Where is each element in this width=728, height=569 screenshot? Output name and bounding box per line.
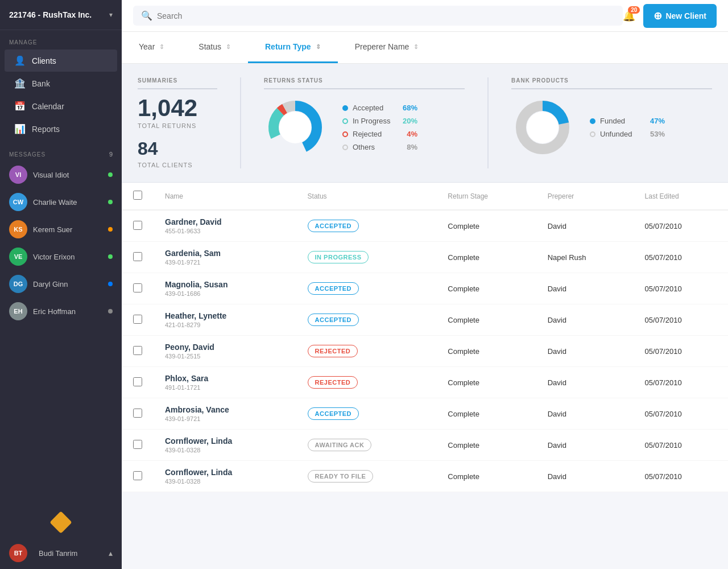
filter-tab-year[interactable]: Year ⇕ xyxy=(122,32,181,63)
company-name: 221746 - RushTax Inc. xyxy=(9,10,109,19)
row-checkbox[interactable] xyxy=(133,346,142,355)
client-id: 439-01-9721 xyxy=(165,259,285,266)
table-section: Name Status Return Stage Preperer Last E… xyxy=(122,183,728,492)
return-stage-cell: Complete xyxy=(436,461,536,492)
status-cell: ACCEPTED xyxy=(296,304,437,336)
total-returns-label: TOTAL RETURNS xyxy=(138,122,217,129)
filter-tab-preparer-name[interactable]: Preperer Name ⇕ xyxy=(338,32,436,63)
table-row[interactable]: Gardenia, Sam 439-01-9721 IN PROGRESS Co… xyxy=(122,242,728,273)
row-checkbox[interactable] xyxy=(133,409,142,418)
status-dot xyxy=(108,309,113,314)
returns-status-block: RETURNS STATUS xyxy=(264,77,465,159)
client-id: 455-01-9633 xyxy=(165,228,285,234)
message-item-visual-idiot[interactable]: VI Visual Idiot xyxy=(0,161,122,188)
filter-tab-return-type[interactable]: Return Type ⇕ xyxy=(248,32,338,63)
table-row[interactable]: Gardner, David 455-01-9633 ACCEPTED Comp… xyxy=(122,210,728,242)
sidebar-item-clients[interactable]: 👤 Clients xyxy=(5,50,117,72)
sidebar-item-calendar[interactable]: 📅 Calendar xyxy=(5,95,117,117)
status-badge: REJECTED xyxy=(308,345,358,357)
status-cell: REJECTED xyxy=(296,367,437,398)
bank-donut xyxy=(511,96,574,159)
message-name: Visual Idiot xyxy=(33,171,108,179)
filter-tab-status[interactable]: Status ⇕ xyxy=(181,32,248,63)
row-checkbox[interactable] xyxy=(133,252,142,261)
sidebar-item-bank[interactable]: 🏦 Bank xyxy=(5,72,117,94)
new-client-button[interactable]: ⊕ New Client xyxy=(643,4,717,28)
divider-2 xyxy=(487,77,489,168)
last-edited-cell: 05/07/2010 xyxy=(634,398,728,430)
returns-donut xyxy=(264,96,326,159)
legend-label: Unfunded xyxy=(600,130,646,138)
status-cell: ACCEPTED xyxy=(296,398,437,430)
reports-icon: 📊 xyxy=(14,123,26,134)
legend-pct: 53% xyxy=(650,130,665,138)
table-row[interactable]: Magnolia, Susan 439-01-1686 ACCEPTED Com… xyxy=(122,273,728,304)
message-name: Kerem Suer xyxy=(33,225,108,234)
bank-legend-item-funded: Funded 47% xyxy=(590,117,665,125)
row-checkbox[interactable] xyxy=(133,440,142,449)
summaries-block: SUMMARIES 1,042 TOTAL RETURNS 84 TOTAL C… xyxy=(138,77,217,168)
bank-products-block: BANK PRODUCTS Funded 47% Unfunded 53% xyxy=(511,77,712,159)
row-checkbox[interactable] xyxy=(133,377,142,386)
table-row[interactable]: Cornflower, Linda 439-01-0328 AWAITING A… xyxy=(122,430,728,461)
row-checkbox[interactable] xyxy=(133,471,142,480)
chevron-down-icon: ⇕ xyxy=(159,43,164,51)
table-row[interactable]: Ambrosia, Vance 439-01-9721 ACCEPTED Com… xyxy=(122,398,728,430)
return-stage-cell: Complete xyxy=(436,430,536,461)
message-item-kerem-suer[interactable]: KS Kerem Suer xyxy=(0,216,122,243)
client-name: Peony, David xyxy=(165,343,285,352)
message-item-charlie-waite[interactable]: CW Charlie Waite xyxy=(0,188,122,216)
row-checkbox[interactable] xyxy=(133,283,142,292)
company-selector[interactable]: 221746 - RushTax Inc. ▾ xyxy=(0,0,122,30)
user-profile[interactable]: BT Budi Tanrim ▴ xyxy=(0,537,122,569)
table-row[interactable]: Heather, Lynette 421-01-8279 ACCEPTED Co… xyxy=(122,304,728,336)
preparer-cell: David xyxy=(536,398,634,430)
legend-pct: 68% xyxy=(403,104,417,112)
sidebar-item-label: Clients xyxy=(32,56,56,65)
col-name: Name xyxy=(154,183,296,210)
client-id: 439-01-9721 xyxy=(165,415,285,422)
legend-pct: 47% xyxy=(650,117,665,125)
search-input[interactable] xyxy=(157,11,615,20)
col-return-stage: Return Stage xyxy=(436,183,536,210)
search-wrapper[interactable]: 🔍 xyxy=(133,6,623,26)
table-row[interactable]: Peony, David 439-01-2515 REJECTED Comple… xyxy=(122,336,728,367)
legend-pct: 20% xyxy=(403,117,417,125)
col-preparer: Preperer xyxy=(536,183,634,210)
preparer-cell: David xyxy=(536,210,634,242)
notification-bell[interactable]: 🔔 20 xyxy=(623,10,635,22)
tab-label: Status xyxy=(198,42,221,51)
legend-pct: 4% xyxy=(407,130,417,138)
chevron-up-icon: ▴ xyxy=(109,549,113,558)
col-last-edited: Last Edited xyxy=(634,183,728,210)
message-list: VI Visual Idiot CW Charlie Waite KS Kere… xyxy=(0,161,122,325)
table-row[interactable]: Cornflower, Linda 439-01-0328 READY TO F… xyxy=(122,461,728,492)
preparer-cell: David xyxy=(536,367,634,398)
row-checkbox[interactable] xyxy=(133,221,142,230)
return-stage-cell: Complete xyxy=(436,242,536,273)
filter-tabs: Year ⇕Status ⇕Return Type ⇕Preperer Name… xyxy=(122,32,728,64)
legend-label: In Progress xyxy=(353,117,398,125)
return-stage-cell: Complete xyxy=(436,367,536,398)
status-cell: READY TO FILE xyxy=(296,461,437,492)
client-name-cell: Phlox, Sara 491-01-1721 xyxy=(154,367,296,398)
row-checkbox[interactable] xyxy=(133,315,142,324)
clients-table: Name Status Return Stage Preperer Last E… xyxy=(122,183,728,492)
sidebar-item-reports[interactable]: 📊 Reports xyxy=(5,118,117,140)
message-item-victor-erixon[interactable]: VE Victor Erixon xyxy=(0,243,122,270)
preparer-cell: Napel Rush xyxy=(536,242,634,273)
last-edited-cell: 05/07/2010 xyxy=(634,242,728,273)
returns-status-title: RETURNS STATUS xyxy=(264,77,465,89)
preparer-cell: David xyxy=(536,430,634,461)
return-stage-cell: Complete xyxy=(436,398,536,430)
legend-item-rejected: Rejected 4% xyxy=(342,130,417,138)
summaries-title: SUMMARIES xyxy=(138,77,217,89)
chevron-down-icon: ▾ xyxy=(109,11,113,19)
message-item-daryl-ginn[interactable]: DG Daryl Ginn xyxy=(0,270,122,298)
table-row[interactable]: Phlox, Sara 491-01-1721 REJECTED Complet… xyxy=(122,367,728,398)
legend-label: Rejected xyxy=(353,130,398,138)
message-item-eric-hoffman[interactable]: EH Eric Hoffman xyxy=(0,298,122,325)
top-nav: 🔍 🔔 20 ⊕ New Client xyxy=(122,0,728,32)
select-all-checkbox[interactable] xyxy=(133,191,142,200)
status-badge: ACCEPTED xyxy=(308,407,359,420)
